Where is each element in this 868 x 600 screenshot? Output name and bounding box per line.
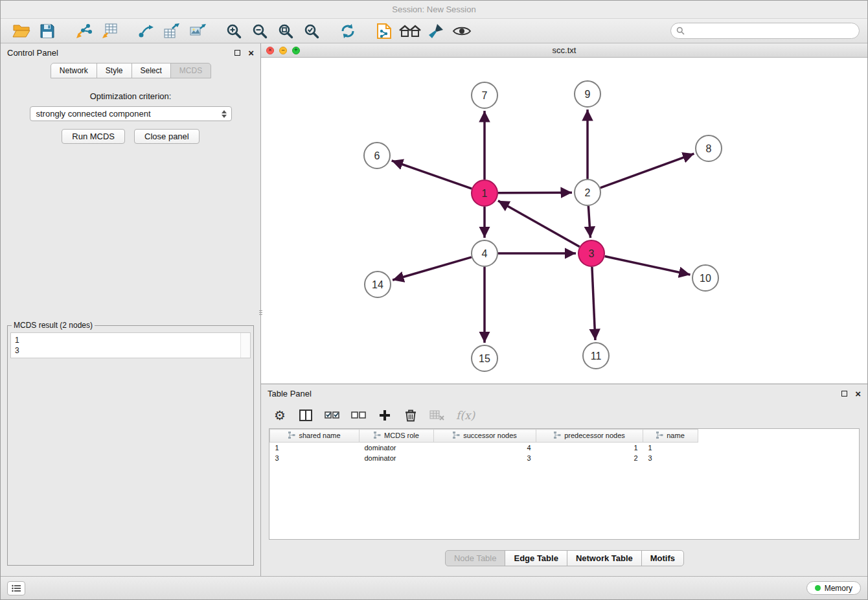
tab-network[interactable]: Network [51,63,97,78]
graph-node-15[interactable]: 15 [472,345,497,371]
cell-name[interactable]: 3 [643,453,698,463]
cell-shared-name[interactable]: 3 [270,453,360,463]
graph-edge-3-11[interactable] [592,267,595,340]
title-bar: Session: New Session [1,1,867,19]
close-panel-icon[interactable]: × [248,48,254,58]
cell-successor-nodes[interactable]: 4 [434,443,536,453]
graph-node-7[interactable]: 7 [472,82,497,108]
export-image-button[interactable] [185,21,211,41]
cell-mcds-role[interactable]: dominator [360,453,434,463]
cell-name[interactable]: 1 [643,443,698,453]
houses-button[interactable] [397,21,423,41]
run-mcds-button[interactable]: Run MCDS [62,129,125,144]
tab-select[interactable]: Select [131,63,171,78]
main-area: Control Panel × Network Style Select MCD… [1,43,867,576]
zoom-fit-button[interactable] [273,21,299,41]
mcds-result-line: 1 [15,335,246,345]
cell-shared-name[interactable]: 1 [270,443,360,453]
import-table-button[interactable] [97,21,122,41]
list-icon [12,584,21,592]
save-session-button[interactable] [34,21,60,41]
graph-edge-3-1[interactable] [498,201,580,247]
memory-label: Memory [825,584,852,593]
deselect-all-button[interactable] [351,407,366,424]
zoom-in-button[interactable] [221,21,247,41]
delete-table-button [429,407,444,424]
tab-mcds[interactable]: MCDS [170,63,211,78]
import-network-button[interactable] [71,21,97,41]
graph-node-14[interactable]: 14 [365,271,391,297]
open-file-button[interactable] [8,21,34,41]
table-row[interactable]: 1 dominator 4 1 1 [270,443,698,453]
float-panel-icon[interactable] [234,50,240,56]
zoom-out-icon [251,23,268,40]
cell-predecessor-nodes[interactable]: 1 [536,443,643,453]
export-table-button[interactable] [159,21,185,41]
show-columns-button[interactable] [299,407,313,424]
apply-layout-button[interactable] [335,21,361,41]
delete-column-button[interactable] [404,407,418,424]
close-panel-button[interactable]: Close panel [134,129,200,144]
graph-node-4[interactable]: 4 [472,240,497,266]
graph-edge-4-14[interactable] [393,257,472,280]
vertical-splitter-grip[interactable] [259,304,262,321]
criterion-dropdown[interactable]: strongly connected component [30,106,232,121]
table-row[interactable]: 3 dominator 3 2 3 [270,453,698,463]
graph-edge-3-10[interactable] [605,256,691,275]
search-field[interactable] [670,23,860,39]
close-window-icon[interactable]: × [266,47,274,54]
network-file-button[interactable] [371,21,397,41]
network-graph[interactable]: 7968124314101511 [261,58,868,384]
style-brush-icon [428,23,444,40]
graph-node-label: 15 [479,353,490,364]
maximize-window-icon[interactable]: + [292,47,300,54]
tab-style[interactable]: Style [97,63,132,78]
cell-successor-nodes[interactable]: 3 [434,453,536,463]
graph-node-11[interactable]: 11 [583,343,609,369]
add-column-button[interactable] [378,407,392,424]
cell-mcds-role[interactable]: dominator [360,443,434,453]
zoom-out-button[interactable] [247,21,273,41]
plus-icon [379,410,391,421]
column-header-name[interactable]: name [643,430,698,443]
column-header-shared-name[interactable]: shared name [270,430,360,443]
graph-edge-2-3[interactable] [588,206,590,238]
graph-node-3[interactable]: 3 [578,240,604,266]
tab-edge-table[interactable]: Edge Table [505,550,567,566]
graph-node-8[interactable]: 8 [696,135,722,161]
column-header-mcds-role[interactable]: MCDS role [360,430,434,443]
tab-network-table[interactable]: Network Table [567,550,642,566]
result-scrollbar[interactable] [240,333,250,358]
table-settings-button[interactable]: ⚙ [273,407,287,424]
graph-node-1[interactable]: 1 [472,180,497,206]
graph-node-10[interactable]: 10 [692,265,718,291]
close-table-panel-icon[interactable]: × [855,389,861,398]
select-all-button[interactable] [325,407,339,424]
cell-predecessor-nodes[interactable]: 2 [536,453,643,463]
minimize-window-icon[interactable]: – [279,47,287,54]
export-network-button[interactable] [133,21,159,41]
graph-node-2[interactable]: 2 [575,179,600,205]
graph-edge-1-2[interactable] [498,192,572,193]
toolbar-separator [325,30,335,31]
graph-node-9[interactable]: 9 [575,81,600,107]
memory-button[interactable]: Memory [806,581,861,595]
mcds-result-list[interactable]: 1 3 [10,332,251,358]
tab-motifs[interactable]: Motifs [641,550,684,566]
deselect-all-icon [351,411,366,420]
graph-node-6[interactable]: 6 [364,143,390,168]
show-hide-graphics-button[interactable] [449,21,475,41]
column-header-predecessor-nodes[interactable]: predecessor nodes [536,430,643,443]
search-input[interactable] [688,27,854,36]
tab-node-table[interactable]: Node Table [445,550,506,566]
main-toolbar [1,19,867,43]
columns-icon [299,410,312,421]
status-menu-button[interactable] [7,581,25,595]
float-table-panel-icon[interactable] [841,391,847,397]
column-header-successor-nodes[interactable]: successor nodes [434,430,536,443]
style-brush-button[interactable] [423,21,449,41]
graph-edge-1-6[interactable] [392,161,472,189]
zoom-selected-button[interactable] [299,21,325,41]
graph-edge-2-8[interactable] [600,154,694,188]
network-canvas[interactable]: 7968124314101511 [261,58,867,384]
